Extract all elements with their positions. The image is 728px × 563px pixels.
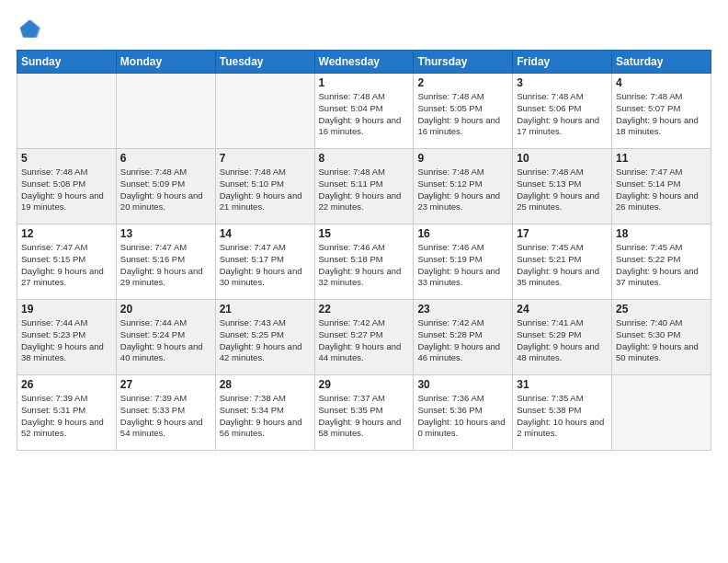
day-number: 20 (120, 303, 211, 316)
day-number: 21 (220, 303, 311, 316)
calendar-day-cell (116, 74, 215, 149)
cell-info: Sunrise: 7:48 AMSunset: 5:13 PMDaylight:… (517, 167, 599, 212)
cell-info: Sunrise: 7:38 AMSunset: 5:34 PMDaylight:… (220, 393, 302, 438)
cell-info: Sunrise: 7:46 AMSunset: 5:19 PMDaylight:… (417, 242, 500, 287)
cell-info: Sunrise: 7:35 AMSunset: 5:38 PMDaylight:… (517, 393, 604, 438)
day-number: 12 (21, 227, 112, 240)
cell-info: Sunrise: 7:42 AMSunset: 5:28 PMDaylight:… (417, 317, 500, 362)
day-number: 16 (417, 227, 508, 240)
header (17, 17, 711, 42)
calendar-day-cell: 27Sunrise: 7:39 AMSunset: 5:33 PMDayligh… (116, 375, 215, 451)
calendar-day-cell: 19Sunrise: 7:44 AMSunset: 5:23 PMDayligh… (17, 300, 117, 375)
day-number: 4 (616, 76, 707, 89)
calendar-week-row: 19Sunrise: 7:44 AMSunset: 5:23 PMDayligh… (17, 300, 711, 375)
day-number: 7 (220, 152, 311, 165)
day-number: 10 (517, 152, 608, 165)
calendar-day-cell: 17Sunrise: 7:45 AMSunset: 5:21 PMDayligh… (513, 224, 612, 300)
cell-info: Sunrise: 7:48 AMSunset: 5:11 PMDaylight:… (319, 167, 402, 212)
cell-info: Sunrise: 7:48 AMSunset: 5:08 PMDaylight:… (21, 167, 104, 212)
day-number: 27 (120, 378, 211, 391)
weekday-header-cell: Monday (116, 51, 215, 74)
calendar-day-cell: 15Sunrise: 7:46 AMSunset: 5:18 PMDayligh… (314, 224, 414, 300)
calendar-day-cell: 23Sunrise: 7:42 AMSunset: 5:28 PMDayligh… (414, 300, 513, 375)
cell-info: Sunrise: 7:48 AMSunset: 5:04 PMDaylight:… (319, 91, 402, 136)
day-number: 23 (417, 303, 508, 316)
weekday-header-row: SundayMondayTuesdayWednesdayThursdayFrid… (17, 51, 711, 74)
calendar-body: 1Sunrise: 7:48 AMSunset: 5:04 PMDaylight… (17, 74, 711, 451)
day-number: 14 (220, 227, 311, 240)
calendar-day-cell: 28Sunrise: 7:38 AMSunset: 5:34 PMDayligh… (215, 375, 314, 451)
day-number: 24 (517, 303, 608, 316)
calendar-day-cell (612, 375, 711, 451)
cell-info: Sunrise: 7:43 AMSunset: 5:25 PMDaylight:… (220, 317, 302, 362)
cell-info: Sunrise: 7:36 AMSunset: 5:36 PMDaylight:… (417, 393, 505, 438)
cell-info: Sunrise: 7:37 AMSunset: 5:35 PMDaylight:… (319, 393, 402, 438)
calendar-day-cell: 3Sunrise: 7:48 AMSunset: 5:06 PMDaylight… (513, 74, 612, 149)
day-number: 13 (120, 227, 211, 240)
cell-info: Sunrise: 7:45 AMSunset: 5:22 PMDaylight:… (616, 242, 699, 287)
calendar-day-cell: 9Sunrise: 7:48 AMSunset: 5:12 PMDaylight… (414, 149, 513, 224)
cell-info: Sunrise: 7:39 AMSunset: 5:33 PMDaylight:… (120, 393, 203, 438)
day-number: 2 (417, 76, 508, 89)
calendar-day-cell: 14Sunrise: 7:47 AMSunset: 5:17 PMDayligh… (215, 224, 314, 300)
weekday-header-cell: Sunday (17, 51, 117, 74)
weekday-header-cell: Wednesday (314, 51, 414, 74)
cell-info: Sunrise: 7:48 AMSunset: 5:06 PMDaylight:… (517, 91, 599, 136)
cell-info: Sunrise: 7:48 AMSunset: 5:12 PMDaylight:… (417, 167, 500, 212)
calendar-day-cell: 31Sunrise: 7:35 AMSunset: 5:38 PMDayligh… (513, 375, 612, 451)
cell-info: Sunrise: 7:48 AMSunset: 5:07 PMDaylight:… (616, 91, 699, 136)
day-number: 17 (517, 227, 608, 240)
calendar-day-cell: 10Sunrise: 7:48 AMSunset: 5:13 PMDayligh… (513, 149, 612, 224)
day-number: 11 (616, 152, 707, 165)
cell-info: Sunrise: 7:47 AMSunset: 5:17 PMDaylight:… (220, 242, 302, 287)
calendar-day-cell: 26Sunrise: 7:39 AMSunset: 5:31 PMDayligh… (17, 375, 117, 451)
calendar-day-cell: 7Sunrise: 7:48 AMSunset: 5:10 PMDaylight… (215, 149, 314, 224)
cell-info: Sunrise: 7:44 AMSunset: 5:23 PMDaylight:… (21, 317, 104, 362)
day-number: 9 (417, 152, 508, 165)
calendar-day-cell: 29Sunrise: 7:37 AMSunset: 5:35 PMDayligh… (314, 375, 414, 451)
day-number: 15 (319, 227, 410, 240)
day-number: 30 (417, 378, 508, 391)
cell-info: Sunrise: 7:48 AMSunset: 5:09 PMDaylight:… (120, 167, 203, 212)
cell-info: Sunrise: 7:40 AMSunset: 5:30 PMDaylight:… (616, 317, 699, 362)
cell-info: Sunrise: 7:47 AMSunset: 5:16 PMDaylight:… (120, 242, 203, 287)
calendar-day-cell: 2Sunrise: 7:48 AMSunset: 5:05 PMDaylight… (414, 74, 513, 149)
day-number: 28 (220, 378, 311, 391)
cell-info: Sunrise: 7:46 AMSunset: 5:18 PMDaylight:… (319, 242, 402, 287)
day-number: 1 (319, 76, 410, 89)
day-number: 29 (319, 378, 410, 391)
logo-icon (17, 17, 42, 42)
calendar-day-cell: 6Sunrise: 7:48 AMSunset: 5:09 PMDaylight… (116, 149, 215, 224)
day-number: 8 (319, 152, 410, 165)
day-number: 5 (21, 152, 112, 165)
logo (17, 17, 46, 42)
calendar-day-cell: 5Sunrise: 7:48 AMSunset: 5:08 PMDaylight… (17, 149, 117, 224)
calendar-day-cell: 1Sunrise: 7:48 AMSunset: 5:04 PMDaylight… (314, 74, 414, 149)
calendar-day-cell: 12Sunrise: 7:47 AMSunset: 5:15 PMDayligh… (17, 224, 117, 300)
day-number: 18 (616, 227, 707, 240)
calendar-table: SundayMondayTuesdayWednesdayThursdayFrid… (17, 50, 711, 451)
calendar-day-cell (215, 74, 314, 149)
day-number: 31 (517, 378, 608, 391)
calendar-day-cell: 21Sunrise: 7:43 AMSunset: 5:25 PMDayligh… (215, 300, 314, 375)
calendar-day-cell: 22Sunrise: 7:42 AMSunset: 5:27 PMDayligh… (314, 300, 414, 375)
calendar-week-row: 5Sunrise: 7:48 AMSunset: 5:08 PMDaylight… (17, 149, 711, 224)
calendar-day-cell: 11Sunrise: 7:47 AMSunset: 5:14 PMDayligh… (612, 149, 711, 224)
day-number: 25 (616, 303, 707, 316)
calendar-day-cell: 24Sunrise: 7:41 AMSunset: 5:29 PMDayligh… (513, 300, 612, 375)
calendar-week-row: 12Sunrise: 7:47 AMSunset: 5:15 PMDayligh… (17, 224, 711, 300)
calendar-week-row: 26Sunrise: 7:39 AMSunset: 5:31 PMDayligh… (17, 375, 711, 451)
page: SundayMondayTuesdayWednesdayThursdayFrid… (0, 0, 728, 563)
cell-info: Sunrise: 7:42 AMSunset: 5:27 PMDaylight:… (319, 317, 402, 362)
svg-marker-1 (21, 20, 40, 38)
calendar-day-cell: 16Sunrise: 7:46 AMSunset: 5:19 PMDayligh… (414, 224, 513, 300)
cell-info: Sunrise: 7:41 AMSunset: 5:29 PMDaylight:… (517, 317, 599, 362)
cell-info: Sunrise: 7:48 AMSunset: 5:05 PMDaylight:… (417, 91, 500, 136)
cell-info: Sunrise: 7:45 AMSunset: 5:21 PMDaylight:… (517, 242, 599, 287)
weekday-header-cell: Friday (513, 51, 612, 74)
day-number: 26 (21, 378, 112, 391)
day-number: 19 (21, 303, 112, 316)
calendar-day-cell: 25Sunrise: 7:40 AMSunset: 5:30 PMDayligh… (612, 300, 711, 375)
cell-info: Sunrise: 7:44 AMSunset: 5:24 PMDaylight:… (120, 317, 203, 362)
calendar-day-cell: 18Sunrise: 7:45 AMSunset: 5:22 PMDayligh… (612, 224, 711, 300)
